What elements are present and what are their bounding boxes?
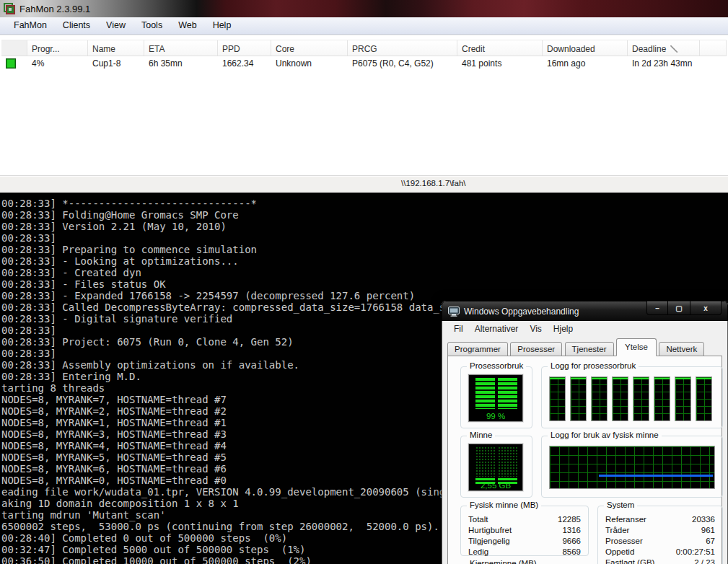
column-header-credit[interactable]: Credit — [457, 40, 543, 56]
stat-value: 67 — [706, 537, 715, 547]
stat-label: Tilgjengelig — [468, 537, 510, 547]
console-line: 00:28:33] Version 2.21 (May 10, 2010) — [1, 221, 728, 232]
client-status-cell — [1, 58, 27, 69]
stat-value: 20336 — [692, 515, 715, 526]
physical-memory-group-label: Fysisk minne (MB) — [467, 501, 541, 509]
menu-view[interactable]: View — [98, 17, 133, 34]
taskman-performance-page: Prosessorbruk 99 % Logg for prosessorbru… — [447, 356, 722, 564]
memory-usage-value: 2,55 GB — [469, 481, 522, 490]
taskman-body: Fil Alternativer Vis Hjelp Programmer Pr… — [442, 321, 728, 564]
taskman-menubar: Fil Alternativer Vis Hjelp — [442, 321, 727, 337]
cell-progress: 4% — [27, 58, 88, 69]
maximize-button[interactable]: ▢ — [668, 301, 690, 315]
tab-programmer[interactable]: Programmer — [447, 342, 508, 356]
stat-label: Prosesser — [605, 537, 643, 547]
console-line: 00:28:33] - Expanded 1766158 -> 2254597 … — [1, 290, 728, 301]
menu-hjelp[interactable]: Hjelp — [548, 324, 579, 334]
stat-row: Totalt12285 — [468, 515, 581, 526]
fahmon-app-icon — [4, 3, 15, 14]
stat-value: 12285 — [558, 515, 581, 526]
column-header-deadline[interactable]: Deadline — [628, 40, 700, 56]
tab-tjenester[interactable]: Tjenester — [565, 342, 614, 356]
column-header-status[interactable] — [1, 40, 27, 56]
memory-group-label: Minne — [467, 431, 495, 439]
console-line: 00:28:33] Folding@Home Gromacs SMP Core — [1, 209, 728, 221]
cpu-usage-meter: 99 % — [468, 374, 523, 422]
stat-label: Fastlagt (GB) — [605, 558, 654, 564]
fahmon-window-title: FahMon 2.3.99.1 — [19, 4, 90, 14]
fahmon-statusbar: \\192.168.1.7\fah\ — [0, 175, 728, 193]
stat-row: Referanser20336 — [605, 515, 715, 526]
console-line: 00:28:33] *-----------------------------… — [1, 198, 728, 209]
tab-nettverk[interactable]: Nettverk — [659, 342, 704, 356]
fahmon-client-list: Progr... Name ETA PPD Core PRCG Credit D… — [0, 35, 728, 175]
cpu-core-history-graph — [696, 376, 712, 421]
stat-value: 9666 — [562, 537, 581, 547]
menu-web[interactable]: Web — [170, 17, 204, 34]
stat-value: 2 / 23 — [694, 558, 715, 564]
cell-name: Cup1-8 — [88, 58, 144, 69]
client-status-icon — [6, 58, 16, 69]
cpu-core-history-graph — [549, 376, 566, 421]
cpu-history-group-label: Logg for prosessorbruk — [548, 361, 639, 370]
minimize-button[interactable]: – — [646, 301, 668, 315]
tab-prosesser[interactable]: Prosesser — [510, 342, 562, 356]
menu-tools[interactable]: Tools — [133, 17, 170, 34]
menu-fil[interactable]: Fil — [448, 324, 469, 334]
memory-history-group-label: Logg for bruk av fysisk minne — [548, 431, 662, 439]
cpu-usage-group-label: Prosessorbruk — [467, 361, 526, 370]
cpu-history-group: Logg for prosessorbruk — [541, 366, 723, 428]
sort-indicator-icon — [670, 45, 677, 53]
column-header-eta[interactable]: ETA — [144, 40, 218, 56]
stat-value: 8569 — [562, 547, 581, 558]
stat-label: Oppetid — [605, 547, 634, 558]
cpu-usage-value: 99 % — [469, 412, 522, 420]
cell-downloaded: 16mn ago — [543, 58, 628, 69]
menu-clients[interactable]: Clients — [55, 17, 98, 34]
console-line: 00:28:33] - Created dyn — [1, 267, 728, 278]
memory-group: Minne 2,55 GB — [460, 436, 532, 498]
stat-row: Tilgjengelig9666 — [468, 537, 581, 547]
cell-core: Unknown — [271, 58, 348, 69]
taskman-app-icon — [448, 307, 460, 317]
table-row[interactable]: 4% Cup1-8 6h 35mn 1662.34 Unknown P6075 … — [1, 56, 727, 71]
column-header-ppd[interactable]: PPD — [218, 40, 271, 56]
menu-fahmon[interactable]: FahMon — [6, 17, 55, 34]
cell-prcg: P6075 (R0, C4, G52) — [348, 58, 457, 69]
stat-row: Oppetid0:00:27:51 — [605, 547, 715, 558]
system-stats: Referanser20336Tråder961Prosesser67Oppet… — [605, 515, 715, 564]
column-header-prcg[interactable]: PRCG — [348, 40, 457, 56]
stat-label: Tråder — [605, 526, 629, 537]
column-header-filler — [700, 40, 727, 56]
fahmon-status-path: \\192.168.1.7\fah\ — [401, 179, 466, 188]
menu-alternativer[interactable]: Alternativer — [469, 324, 525, 334]
tab-ytelse[interactable]: Ytelse — [616, 338, 657, 356]
column-header-name[interactable]: Name — [88, 40, 144, 56]
cell-credit: 481 points — [457, 58, 543, 69]
cell-deadline: In 2d 23h 43mn — [628, 58, 700, 69]
stat-row: Ledig8569 — [468, 547, 581, 558]
memory-history-graph — [549, 446, 715, 489]
column-header-downloaded[interactable]: Downloaded — [543, 40, 628, 56]
console-line: 00:28:33] - Looking at optimizations... — [1, 255, 728, 267]
fahmon-window: FahMon 2.3.99.1 FahMon Clients View Tool… — [0, 0, 728, 193]
stat-value: 0:00:27:51 — [676, 547, 715, 558]
memory-history-line — [599, 475, 713, 477]
system-group-label: System — [604, 501, 637, 509]
menu-help[interactable]: Help — [205, 17, 240, 34]
system-group: System Referanser20336Tråder961Prosesser… — [597, 506, 723, 564]
fahmon-table: Progr... Name ETA PPD Core PRCG Credit D… — [1, 40, 727, 71]
screen: FahMon 2.3.99.1 FahMon Clients View Tool… — [0, 0, 728, 564]
column-header-progress[interactable]: Progr... — [27, 40, 88, 56]
stat-row: Hurtigbufret1316 — [468, 526, 581, 537]
fahmon-titlebar[interactable]: FahMon 2.3.99.1 — [0, 0, 728, 17]
cpu-core-history-graph — [675, 376, 691, 421]
taskman-titlebar[interactable]: Windows Oppgavebehandling – ▢ x — [442, 301, 728, 321]
menu-vis[interactable]: Vis — [524, 324, 547, 334]
kernel-memory-group-label: Kjerneminne (MB) — [467, 559, 540, 564]
close-button[interactable]: x — [690, 301, 722, 315]
memory-history-group: Logg for bruk av fysisk minne — [541, 436, 723, 498]
column-header-core[interactable]: Core — [271, 40, 348, 56]
stat-label: Totalt — [468, 515, 488, 526]
stat-label: Hurtigbufret — [468, 526, 512, 537]
